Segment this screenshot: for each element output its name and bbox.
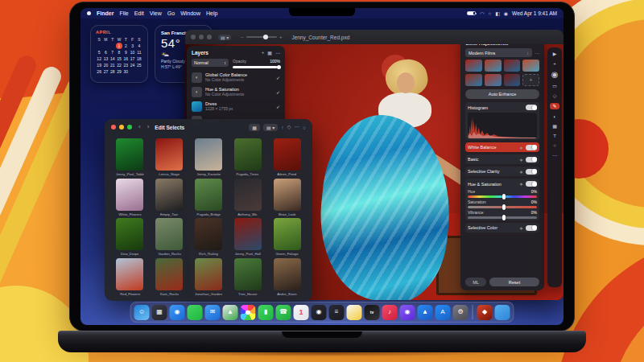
photo-item[interactable]: White_Flowers (112, 179, 148, 217)
preset-tile[interactable] (504, 60, 521, 72)
zoom-tool-icon[interactable]: ○ (553, 143, 556, 148)
browser-titlebar[interactable]: ‹ › Edit Selects ▦ ▤ ▾ ↑ ◇ ⋯ ○ (105, 119, 312, 135)
retouch-tool-icon[interactable]: ▦ (552, 124, 557, 129)
menu-finder[interactable]: Finder (97, 10, 114, 16)
search-icon[interactable]: ○ (303, 125, 306, 130)
photo-item[interactable]: Pagoda_Trees (229, 138, 266, 177)
minimize-button[interactable] (199, 35, 204, 39)
photo-thumbnail[interactable] (116, 218, 143, 250)
dock-notes[interactable] (347, 305, 362, 320)
zoom-slider[interactable] (246, 36, 277, 39)
photo-thumbnail[interactable] (234, 138, 262, 171)
photo-thumbnail[interactable] (155, 258, 183, 290)
photo-thumbnail[interactable] (195, 138, 222, 171)
photo-thumbnail[interactable] (274, 258, 301, 290)
menu-window[interactable]: Window (180, 10, 200, 16)
photo-item[interactable]: Jonathan_Garden (191, 258, 227, 297)
photo-item[interactable]: Aileen_Pond (269, 138, 305, 177)
photo-item[interactable]: Dew_Drops (112, 218, 148, 257)
auto-enhance-button[interactable]: Auto Enhance (465, 89, 539, 99)
photo-thumbnail[interactable] (274, 218, 301, 250)
grid-view-icon[interactable]: ▦ (249, 124, 260, 131)
slider-vibrance[interactable]: Vibrance0% (468, 210, 537, 219)
preset-tile[interactable] (485, 60, 502, 72)
type-tool-icon[interactable]: T (553, 134, 556, 138)
photo-item[interactable]: Jenny_Karaoke (191, 138, 227, 177)
photo-item[interactable]: Green_Foliage (269, 218, 305, 257)
preset-tile[interactable] (504, 74, 521, 86)
dock-downloads-folder[interactable] (495, 305, 510, 320)
ml-button[interactable]: ML (465, 278, 486, 286)
close-button[interactable] (191, 35, 196, 39)
dock-launchpad[interactable]: ▦ (152, 305, 167, 320)
layer-row[interactable]: ◐Hue & SaturationNo Color Adjustments✓ (192, 87, 280, 97)
adjustment-toggle[interactable] (526, 145, 537, 150)
selective-color-row[interactable]: Selective Color ∗ (465, 223, 539, 232)
photo-item[interactable]: Pagoda_Bridge (191, 179, 227, 217)
photo-item[interactable]: Red_Flowers (112, 258, 148, 297)
layer-visibility-check[interactable]: ✓ (276, 75, 280, 80)
photo-thumbnail[interactable] (234, 218, 262, 250)
slider-track[interactable] (468, 206, 537, 208)
dock-finder[interactable]: ☺ (134, 305, 150, 320)
dock-facetime[interactable]: ▮ (258, 305, 274, 320)
crop-tool-icon[interactable]: ▭ (552, 84, 557, 88)
adjustment-row-white-balance[interactable]: White Balance∗ (465, 142, 539, 152)
layers-more-icon[interactable]: ⋯ (275, 50, 280, 56)
slider-hue[interactable]: Hue0% (468, 189, 537, 198)
dock-messages[interactable] (188, 305, 203, 320)
slider-knob[interactable] (502, 194, 506, 200)
preset-more-icon[interactable]: ⋯ (535, 50, 539, 56)
opacity-slider[interactable] (233, 66, 280, 68)
preset-group-select[interactable]: Modern Films ↕ (465, 48, 532, 57)
list-view-icon[interactable]: ▤ ▾ (263, 124, 278, 131)
dock-photo-booth[interactable]: ◉ (312, 305, 327, 320)
canvas-zoom-control[interactable]: − + (241, 35, 282, 39)
photo-thumbnail[interactable] (234, 179, 262, 211)
move-tool-icon[interactable]: + (553, 61, 556, 66)
menu-edit[interactable]: Edit (134, 10, 144, 16)
menu-file[interactable]: File (119, 10, 128, 16)
selection-tool-icon[interactable]: ◇ (553, 93, 557, 98)
pointer-tool-icon[interactable]: ▶ (553, 51, 557, 56)
preset-tile[interactable] (522, 60, 539, 72)
control-center-icon[interactable]: ◧ (495, 10, 500, 16)
zoom-window-button[interactable] (207, 35, 212, 39)
reset-button[interactable]: Reset (489, 278, 539, 286)
layer-visibility-check[interactable]: ✓ (276, 104, 280, 109)
forward-icon[interactable]: › (147, 124, 150, 130)
blend-mode-select[interactable]: Normal ↕ (192, 59, 229, 67)
photo-item[interactable]: Rich_Railing (191, 218, 227, 257)
photo-thumbnail[interactable] (274, 179, 301, 211)
photo-thumbnail[interactable] (116, 258, 143, 290)
more-icon[interactable]: ⋯ (295, 124, 300, 130)
close-button[interactable] (111, 125, 116, 130)
dock-safari[interactable]: ◉ (170, 305, 185, 320)
dock-tv[interactable]: tv (365, 305, 380, 320)
photo-item[interactable]: Anthony_Mic (229, 179, 266, 217)
layer-row[interactable]: ◐Global Color BalanceNo Color Adjustment… (192, 72, 280, 83)
menu-bar-clock[interactable]: Wed Apr 1 9:41 AM (512, 10, 557, 16)
photo-thumbnail[interactable] (234, 258, 262, 290)
dock-system-settings[interactable]: ⚙ (453, 305, 469, 320)
photo-item[interactable]: Empty_Taxi (151, 179, 188, 217)
adjustment-row-basic[interactable]: Basic∗ (465, 154, 539, 164)
dock-pixelmator-pro[interactable]: ◆ (477, 305, 493, 320)
adjustment-toggle[interactable] (526, 169, 537, 175)
menu-help[interactable]: Help (206, 10, 217, 16)
slider-knob[interactable] (502, 215, 506, 220)
color-adjustments-tool-icon[interactable]: ✎ (550, 103, 559, 109)
editor-titlebar[interactable]: ▤ ▾ − + Jenny_Counter_Red.pxd (185, 30, 564, 44)
dock-mail[interactable]: ✉ (205, 305, 221, 320)
layer-group-icon[interactable]: ▣ (267, 50, 272, 56)
share-icon[interactable]: ↑ (281, 125, 283, 130)
photo-item[interactable]: Tree_House (229, 258, 266, 297)
preset-tile[interactable] (465, 74, 482, 86)
slider-saturation[interactable]: Saturation0% (468, 200, 537, 208)
effects-tool-icon[interactable]: ◐ (553, 114, 556, 119)
edit-mode-icon[interactable]: ◉ (551, 71, 559, 79)
photo-item[interactable]: Garden_Rocks (151, 218, 188, 257)
minimize-button[interactable] (119, 125, 124, 130)
photo-item[interactable]: Kate_Rocks (151, 258, 188, 297)
photo-item[interactable]: Andre_Stairs (269, 258, 305, 297)
